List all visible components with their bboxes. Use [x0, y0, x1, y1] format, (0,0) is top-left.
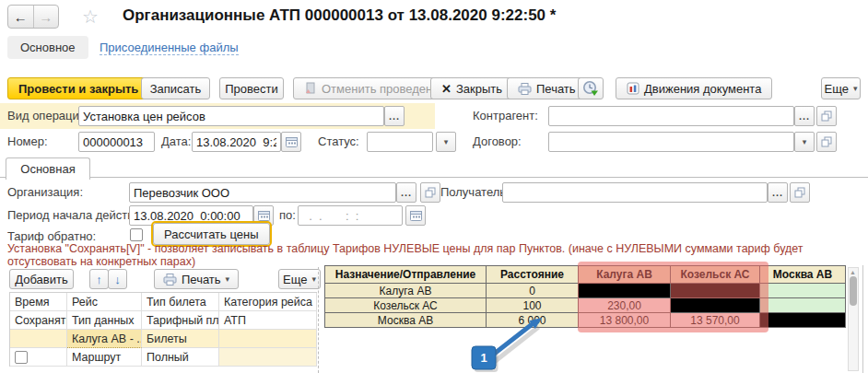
back-icon[interactable]: ← [8, 6, 33, 28]
close-label: Закрыть [456, 82, 502, 96]
counterparty-label: Контрагент: [473, 109, 538, 122]
organization-select-button[interactable]: ... [396, 182, 416, 203]
number-input[interactable] [78, 132, 155, 152]
post-button[interactable]: Провести [219, 77, 284, 99]
operation-input[interactable] [78, 106, 384, 126]
tab-main[interactable]: Основная [6, 157, 90, 180]
matrix-cell[interactable] [760, 298, 846, 313]
matrix-header: Назначение/Отправление [325, 266, 487, 284]
refresh-history-button[interactable] [578, 77, 604, 99]
matrix-distance-cell[interactable]: 0 [487, 284, 579, 298]
matrix-cell[interactable] [760, 313, 846, 328]
open-window-icon [425, 187, 436, 198]
date-input[interactable] [192, 132, 281, 152]
scrollbar-thumb[interactable] [850, 276, 857, 306]
matrix-cell[interactable] [671, 298, 760, 313]
tab-strip-divider [0, 177, 868, 178]
column-header: Время [10, 293, 67, 311]
close-button[interactable]: ✕ Закрыть [430, 77, 513, 99]
add-row-button[interactable]: Добавить [9, 269, 74, 289]
tariff-back-checkbox[interactable] [130, 228, 143, 241]
forward-icon[interactable]: → [33, 6, 59, 28]
move-up-button[interactable]: ↑ [89, 269, 109, 289]
arrow-down-icon: ↓ [114, 273, 121, 286]
table-more-label: Еще [283, 273, 307, 286]
table-cell-save[interactable] [10, 348, 67, 367]
recipient-select-button[interactable]: ... [768, 182, 788, 203]
tariff-back-label: Тариф обратно: [7, 229, 96, 243]
number-label: Номер: [7, 134, 48, 148]
period-end-input[interactable] [298, 205, 403, 226]
contract-input[interactable] [548, 132, 794, 152]
table-cell-ticket-type[interactable]: Билеты [142, 330, 219, 348]
annotation-callout: 1 [433, 302, 562, 373]
matrix-cell[interactable] [760, 284, 846, 298]
annotation-badge-label: 1 [480, 351, 487, 365]
document-movements-button[interactable]: Движения документа [616, 77, 772, 99]
nav-tab-main[interactable]: Основное [7, 36, 88, 59]
document-movements-label: Движения документа [644, 82, 761, 96]
column-header: Тип данных [67, 311, 142, 330]
contract-dropdown-button[interactable]: ▾ [794, 132, 815, 152]
status-label: Статус: [318, 134, 359, 148]
table-print-button[interactable]: Печать ▾ [154, 269, 239, 289]
chevron-down-icon: ▾ [444, 138, 449, 146]
ellipsis-icon: ... [389, 114, 400, 118]
open-window-icon [821, 136, 832, 147]
column-header: АТП [219, 311, 317, 330]
counterparty-select-button[interactable]: ... [794, 106, 815, 126]
recipient-open-button[interactable] [790, 182, 810, 203]
status-dropdown-button[interactable]: ▾ [436, 132, 456, 152]
date-label: Дата: [161, 134, 191, 148]
period-to-label: по: [279, 208, 296, 222]
date-calendar-button[interactable] [281, 132, 301, 152]
column-header: Тип билета [142, 293, 219, 311]
calendar-icon [286, 136, 298, 147]
operation-select-button[interactable]: ... [384, 106, 405, 126]
table-more-button[interactable]: Еще ▾ [278, 269, 321, 289]
recipient-input[interactable] [502, 182, 768, 203]
table-cell-flight[interactable]: Маршрут [67, 348, 142, 367]
scrollbar-up-icon[interactable]: ▲ [850, 269, 856, 275]
post-and-close-button[interactable]: Провести и закрыть [7, 77, 149, 99]
page-title: Организационные АТП 000000013 от 13.08.2… [123, 6, 556, 25]
clock-refresh-icon [582, 80, 599, 97]
arrow-up-icon: ↑ [96, 273, 102, 286]
column-header: Рейс [67, 293, 142, 311]
nav-tab-attached-files[interactable]: Присоединенные файлы [100, 41, 239, 55]
organization-label: Организация: [7, 185, 83, 199]
counterparty-open-button[interactable] [816, 106, 837, 126]
close-icon: ✕ [441, 82, 452, 96]
save-button[interactable]: Записать [141, 77, 210, 99]
contract-open-button[interactable] [816, 132, 837, 152]
status-input[interactable] [367, 132, 433, 152]
more-button[interactable]: Еще ▾ [821, 77, 861, 99]
right-panel-edge [862, 265, 863, 373]
period-end-calendar-button[interactable] [405, 205, 426, 226]
column-header: Категория рейса [219, 293, 317, 311]
table-cell-flight[interactable]: Калуга АВ - ... [67, 330, 142, 348]
matrix-cell[interactable] [579, 284, 671, 298]
table-cell-category[interactable] [219, 330, 317, 348]
panel-splitter[interactable] [318, 267, 319, 373]
open-window-icon [821, 111, 832, 122]
organization-open-button[interactable] [420, 182, 440, 203]
matrix-scrollbar[interactable]: ▲ [848, 267, 859, 371]
calendar-icon [258, 210, 270, 221]
save-checkbox[interactable] [15, 351, 28, 364]
recipient-label: Получатель: [440, 185, 510, 199]
matrix-row-name: Калуга АВ [325, 284, 487, 298]
favorite-star-icon[interactable]: ☆ [82, 6, 99, 28]
organization-input[interactable] [129, 182, 396, 203]
move-down-button[interactable]: ↓ [108, 269, 127, 289]
table-cell-category[interactable] [219, 348, 317, 367]
undo-post-label: Отменить проведение [322, 82, 446, 96]
printer-icon [163, 274, 177, 286]
chevron-down-icon: ▾ [311, 275, 316, 284]
table-cell-ticket-type[interactable]: Полный [142, 348, 219, 367]
table-cell-time[interactable] [10, 330, 67, 348]
flights-table: Время Рейс Тип билета Категория рейса Со… [9, 292, 317, 367]
undo-post-icon [304, 82, 317, 95]
counterparty-input[interactable] [548, 106, 794, 126]
ellipsis-icon: ... [799, 114, 810, 118]
